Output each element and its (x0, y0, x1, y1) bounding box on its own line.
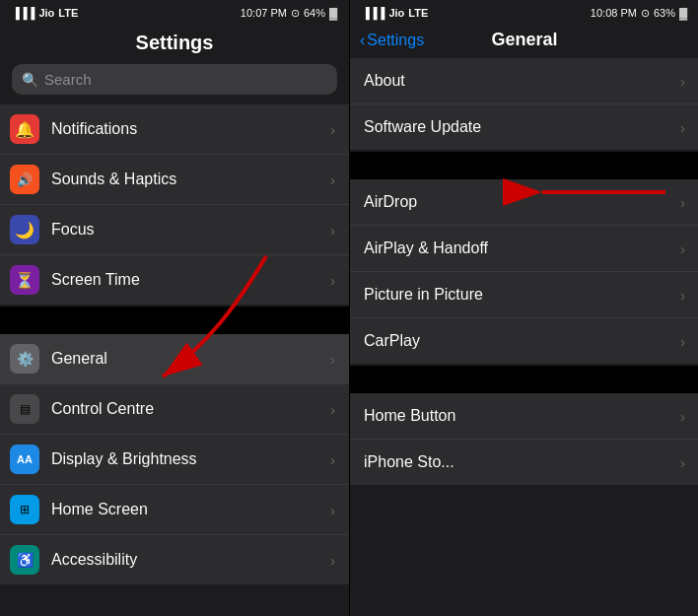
homescreen-label: Home Screen (51, 501, 330, 518)
chevron-icon: › (680, 287, 685, 304)
airdrop-label: AirDrop (364, 193, 417, 211)
general-icon: ⚙️ (10, 344, 39, 374)
screentime-icon: ⏳ (10, 265, 39, 295)
sidebar-item-focus[interactable]: 🌙 Focus › (0, 205, 349, 255)
chevron-icon: › (330, 272, 335, 289)
chevron-icon: › (330, 351, 335, 368)
sidebar-item-sounds[interactable]: 🔊 Sounds & Haptics › (0, 155, 349, 205)
carplay-label: CarPlay (364, 332, 420, 350)
search-input[interactable]: Search (44, 71, 92, 88)
right-divider-2 (350, 366, 698, 393)
chevron-icon: › (330, 171, 335, 188)
right-nav: ‹ Settings General (350, 24, 698, 58)
sidebar-item-display[interactable]: AA Display & Brightness › (0, 435, 349, 485)
chevron-icon: › (680, 333, 685, 350)
right-item-homebutton[interactable]: Home Button › (350, 393, 698, 440)
search-icon: 🔍 (22, 72, 38, 88)
sounds-label: Sounds & Haptics (51, 171, 330, 188)
sounds-icon: 🔊 (10, 165, 39, 194)
right-item-airplay[interactable]: AirPlay & Handoff › (350, 226, 698, 272)
settings-group-1: 🔔 Notifications › 🔊 Sounds & Haptics › 🌙… (0, 104, 349, 305)
right-item-softwareupdate[interactable]: Software Update › (350, 104, 698, 150)
search-bar[interactable]: 🔍 Search (12, 64, 337, 95)
notifications-icon: 🔔 (10, 114, 39, 144)
signal-icon: ▐▐▐ (362, 7, 384, 19)
display-icon: AA (10, 445, 39, 474)
accessibility-icon: ♿ (10, 545, 39, 575)
sidebar-item-notifications[interactable]: 🔔 Notifications › (0, 104, 349, 155)
camera-icon: ⊙ (641, 7, 650, 20)
chevron-icon: › (680, 119, 685, 136)
chevron-icon: › (330, 222, 335, 239)
chevron-icon: › (330, 451, 335, 468)
battery-icon: ▓ (679, 7, 687, 19)
general-label: General (51, 350, 330, 368)
sidebar-item-homescreen[interactable]: ⊞ Home Screen › (0, 485, 349, 535)
chevron-icon: › (330, 401, 335, 418)
chevron-icon: › (680, 408, 685, 425)
back-label: Settings (367, 32, 424, 49)
right-item-carplay[interactable]: CarPlay › (350, 318, 698, 364)
focus-label: Focus (51, 221, 330, 239)
chevron-icon: › (330, 502, 335, 518)
homescreen-icon: ⊞ (10, 495, 39, 524)
camera-icon: ⊙ (291, 7, 300, 20)
right-carrier-network: ▐▐▐ Jio LTE (362, 7, 428, 19)
chevron-icon: › (680, 240, 685, 257)
softwareupdate-label: Software Update (364, 118, 481, 136)
sidebar-item-accessibility[interactable]: ♿ Accessibility › (0, 535, 349, 584)
iphone-storage-label: iPhone Sto... (364, 453, 454, 471)
about-label: About (364, 72, 405, 90)
display-label: Display & Brightness (51, 450, 330, 468)
left-time: 10:07 PM ⊙ 64% ▓ (241, 7, 337, 20)
screentime-label: Screen Time (51, 271, 330, 289)
sidebar-item-general[interactable]: ⚙️ General › (0, 334, 349, 384)
back-chevron-icon: ‹ (360, 32, 365, 49)
general-settings-list: About › Software Update › AirDrop › AirP… (350, 58, 698, 616)
left-page-title: Settings (0, 24, 349, 64)
chevron-icon: › (330, 121, 335, 138)
right-item-iphone-storage[interactable]: iPhone Sto... › (350, 440, 698, 485)
right-item-about[interactable]: About › (350, 58, 698, 104)
chevron-icon: › (680, 73, 685, 90)
right-divider-1 (350, 152, 698, 179)
right-group-1: About › Software Update › (350, 58, 698, 150)
left-carrier-network: ▐▐▐ Jio LTE (12, 7, 78, 19)
back-button[interactable]: ‹ Settings (360, 32, 424, 49)
battery-icon: ▓ (329, 7, 337, 19)
airplay-label: AirPlay & Handoff (364, 240, 488, 257)
notifications-label: Notifications (51, 120, 330, 138)
focus-icon: 🌙 (10, 215, 39, 244)
homebutton-label: Home Button (364, 407, 455, 425)
chevron-icon: › (680, 194, 685, 211)
right-status-bar: ▐▐▐ Jio LTE 10:08 PM ⊙ 63% ▓ (350, 0, 698, 24)
section-divider-1 (0, 307, 349, 334)
chevron-icon: › (330, 552, 335, 569)
pictureinpicture-label: Picture in Picture (364, 286, 483, 304)
signal-icon: ▐▐▐ (12, 7, 35, 19)
sidebar-item-controlcentre[interactable]: ▤ Control Centre › (0, 384, 349, 435)
right-page-title: General (491, 30, 557, 50)
right-group-2: AirDrop › AirPlay & Handoff › Picture in… (350, 179, 698, 364)
settings-list: 🔔 Notifications › 🔊 Sounds & Haptics › 🌙… (0, 104, 349, 616)
left-status-bar: ▐▐▐ Jio LTE 10:07 PM ⊙ 64% ▓ (0, 0, 349, 24)
right-item-airdrop[interactable]: AirDrop › (350, 179, 698, 226)
sidebar-item-screentime[interactable]: ⏳ Screen Time › (0, 255, 349, 305)
accessibility-label: Accessibility (51, 551, 330, 569)
settings-group-2: ⚙️ General › ▤ Control Centre › AA Displ… (0, 334, 349, 584)
controlcentre-label: Control Centre (51, 400, 330, 418)
right-item-pictureinpicture[interactable]: Picture in Picture › (350, 272, 698, 318)
chevron-icon: › (680, 454, 685, 471)
right-group-3: Home Button › iPhone Sto... › (350, 393, 698, 485)
controlcentre-icon: ▤ (10, 394, 39, 424)
right-time: 10:08 PM ⊙ 63% ▓ (591, 7, 687, 20)
